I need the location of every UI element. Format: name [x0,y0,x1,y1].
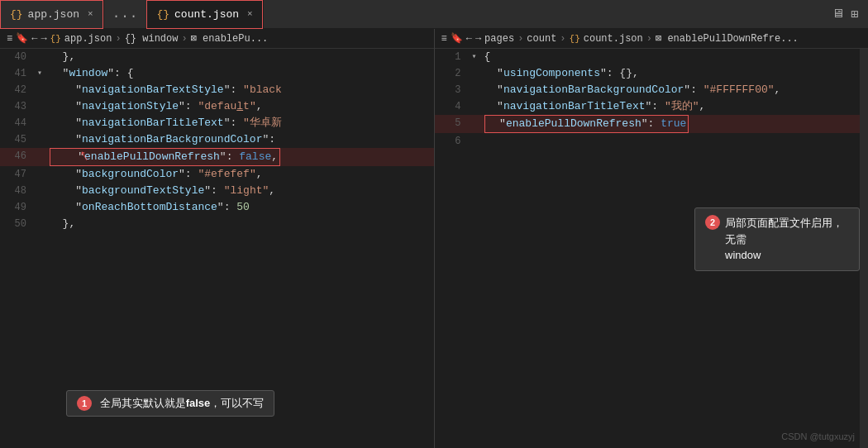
line-num-40: 40 [0,49,33,65]
watermark: CSDN @tutgxuzyj [781,431,855,441]
table-row: 3 "navigationBarBackgroundColor": "#FFFF… [435,82,869,98]
line-content-50: }, [46,216,434,232]
line-num-41: 41 [0,65,33,82]
line-content-45: "navigationBarBackgroundColor": [46,131,434,148]
line-content-48: "backgroundTextStyle": "light", [46,183,434,199]
breadcrumb-pages: pages [484,33,514,45]
tab-count-json[interactable]: {} count.json × [146,0,263,29]
annotation-1: 1 全局其实默认就是false，可以不写 [66,390,274,417]
bc-sep3-r: › [646,33,652,45]
table-row: 47 "backgroundColor": "#efefef", [0,166,434,183]
annotation-circle-1: 1 [77,396,92,411]
menu-icon[interactable]: ≡ [7,33,12,45]
line-num-r3: 3 [435,82,468,98]
table-row: 1 ▾ { [435,49,869,65]
line-num-r5: 5 [435,115,468,133]
line-content-r1: { [481,49,869,65]
breadcrumb-enablepu: ⊠ enablePu... [191,32,269,45]
table-row: 41 ▾ "window": { [0,65,434,82]
line-content-40: }, [46,49,434,65]
annotation-text-1: 全局其实默认就是false，可以不写 [100,397,265,409]
tab-close-app-json[interactable]: × [88,9,93,19]
right-editor-pane: ≡ 🔖 ← → pages › count › {} count.json › … [435,29,869,448]
tab-bar: {} app.json × ... {} count.json × 🖥 ⊞ [0,0,868,29]
tab-label-count-json: count.json [174,8,239,21]
bookmark-icon-r[interactable]: 🔖 [451,32,463,45]
editors-container: ≡ 🔖 ← → {} app.json › {} window › ⊠ enab… [0,29,868,448]
tab-toolbar: 🖥 ⊞ [832,7,868,22]
line-num-44: 44 [0,115,33,131]
bc-sep2-r: › [560,33,565,45]
bookmark-icon[interactable]: 🔖 [16,32,28,45]
line-content-r5: "enablePullDownRefresh": true [481,115,869,133]
line-num-r6: 6 [435,133,468,150]
breadcrumb-enablepull-r: ⊠ enablePullDownRefre... [656,32,799,45]
table-row: 44 "navigationBarTitleText": "华卓新 [0,115,434,131]
table-row: 40 }, [0,49,434,65]
line-content-44: "navigationBarTitleText": "华卓新 [46,115,434,131]
table-row: 43 "navigationStyle": "default", [0,98,434,115]
breadcrumb-sep2: › [181,33,187,45]
breadcrumb-sep1: › [115,33,121,45]
line-content-43: "navigationStyle": "default", [46,98,434,115]
line-num-45: 45 [0,131,33,148]
table-row-highlight: 46 "enablePullDownRefresh": false, [0,148,434,166]
tab-icon-app-json: {} [10,8,23,21]
forward-icon-r[interactable]: → [475,33,481,45]
back-icon-r[interactable]: ← [466,33,472,45]
line-num-49: 49 [0,199,33,216]
line-content-47: "backgroundColor": "#efefef", [46,166,434,183]
left-breadcrumb: ≡ 🔖 ← → {} app.json › {} window › ⊠ enab… [0,29,434,49]
line-num-47: 47 [0,166,33,183]
left-code-table: 40 }, 41 ▾ "window": { 42 "navigationBar… [0,49,434,232]
breadcrumb-window: {} window [125,33,179,45]
tab-close-count-json[interactable]: × [247,9,253,19]
bc-sep1-r: › [517,33,523,45]
line-num-r1: 1 [435,49,468,65]
scrollbar[interactable] [860,49,868,448]
line-num-42: 42 [0,82,33,98]
table-row: 42 "navigationBarTextStyle": "black [0,82,434,98]
line-num-50: 50 [0,216,33,232]
table-row: 2 "usingComponents": {}, [435,65,869,82]
line-content-r4: "navigationBarTitleText": "我的", [481,98,869,115]
breadcrumb-countjson: count.json [584,33,643,45]
line-num-r2: 2 [435,65,468,82]
line-num-48: 48 [0,183,33,199]
line-content-41: "window": { [46,65,434,82]
back-icon[interactable]: ← [31,33,37,45]
table-row: 45 "navigationBarBackgroundColor": [0,131,434,148]
left-editor-pane: ≡ 🔖 ← → {} app.json › {} window › ⊠ enab… [0,29,435,448]
line-content-49: "onReachBottomDistance": 50 [46,199,434,216]
line-content-r3: "navigationBarBackgroundColor": "#FFFFFF… [481,82,869,98]
line-num-r4: 4 [435,98,468,115]
line-num-46: 46 [0,148,33,166]
right-code-table: 1 ▾ { 2 "usingComponents": {}, 3 "naviga… [435,49,869,150]
table-row: 48 "backgroundTextStyle": "light", [0,183,434,199]
annotation-text-2: 局部页面配置文件启用，无需window [725,215,849,264]
table-row: 50 }, [0,216,434,232]
table-row: 6 [435,133,869,150]
annotation-circle-2: 2 [705,215,720,230]
breadcrumb-filename: app.json [64,33,112,45]
menu-icon-r[interactable]: ≡ [441,33,447,45]
line-content-r6 [481,133,869,150]
layout-icon[interactable]: ⊞ [851,7,858,22]
annotation-2: 2 局部页面配置文件启用，无需window [694,207,860,271]
table-row: 4 "navigationBarTitleText": "我的", [435,98,869,115]
tab-icon-count-json: {} [156,8,169,21]
line-content-42: "navigationBarTextStyle": "black [46,82,434,98]
forward-icon[interactable]: → [41,33,46,45]
split-editor-icon[interactable]: 🖥 [832,7,844,21]
tab-app-json[interactable]: {} app.json × [0,0,104,29]
table-row: 49 "onReachBottomDistance": 50 [0,199,434,216]
breadcrumb-file-icon: {} [50,34,61,44]
right-breadcrumb: ≡ 🔖 ← → pages › count › {} count.json › … [435,29,869,49]
right-code-area[interactable]: 1 ▾ { 2 "usingComponents": {}, 3 "naviga… [435,49,869,448]
left-code-area[interactable]: 40 }, 41 ▾ "window": { 42 "navigationBar… [0,49,434,448]
tab-overflow-dots[interactable]: ... [104,7,147,21]
tab-label-app-json: app.json [28,8,79,21]
breadcrumb-file-icon-r: {} [570,34,580,44]
line-content-r2: "usingComponents": {}, [481,65,869,82]
line-num-43: 43 [0,98,33,115]
